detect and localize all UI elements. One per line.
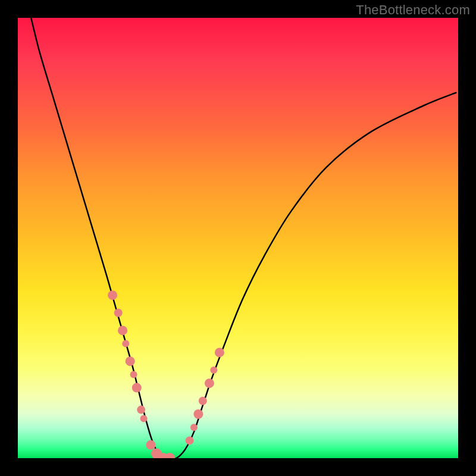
marker-dot: [132, 383, 142, 393]
marker-dot: [193, 409, 203, 419]
marker-dot: [164, 453, 175, 458]
marker-dot: [140, 415, 148, 422]
marker-dot: [137, 406, 145, 414]
watermark-text: TheBottleneck.com: [356, 2, 470, 18]
marker-dot: [210, 367, 217, 374]
marker-dot: [114, 309, 123, 317]
marker-dot: [108, 290, 117, 300]
marker-dot: [126, 356, 135, 366]
curve-svg: [18, 18, 458, 458]
chart-frame: TheBottleneck.com: [0, 0, 476, 476]
marker-dot: [215, 347, 224, 357]
plot-area: [18, 18, 458, 458]
marker-dots-group: [108, 290, 224, 458]
marker-dot: [146, 440, 156, 450]
marker-dot: [130, 371, 137, 378]
marker-dot: [205, 378, 214, 388]
marker-dot: [190, 424, 198, 431]
marker-dot: [118, 325, 127, 335]
marker-dot: [199, 397, 207, 405]
marker-dot: [122, 340, 129, 347]
bottleneck-curve: [31, 18, 456, 458]
marker-dot: [186, 436, 194, 444]
